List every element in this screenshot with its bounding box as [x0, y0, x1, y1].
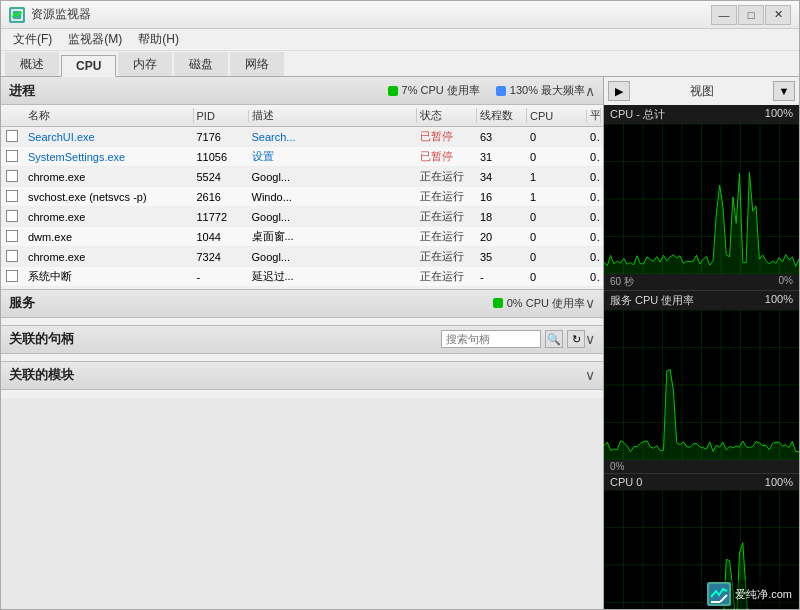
modules-section: 关联的模块 ∨ — [1, 362, 603, 398]
processes-section: 进程 7% CPU 使用率 130% 最大频率 ∧ 名称 PID 描述 — [1, 77, 603, 290]
row-checkbox[interactable] — [6, 250, 18, 262]
process-desc: Googl... — [249, 211, 418, 223]
modules-header[interactable]: 关联的模块 ∨ — [1, 362, 603, 390]
menu-file[interactable]: 文件(F) — [5, 29, 60, 50]
close-button[interactable]: ✕ — [765, 5, 791, 25]
graph2-canvas — [604, 310, 799, 460]
tab-overview[interactable]: 概述 — [5, 52, 59, 76]
process-name[interactable]: svchost.exe (netsvcs -p) — [25, 191, 194, 203]
col-status[interactable]: 状态 — [417, 108, 477, 123]
process-pid: 7324 — [194, 251, 249, 263]
processes-title: 进程 — [9, 82, 378, 100]
graph2-bottombar: 0% — [604, 460, 799, 473]
table-row[interactable]: SystemSettings.exe 11056 设置 已暂停 31 0 0.0… — [1, 147, 603, 167]
process-name[interactable]: SearchUI.exe — [25, 131, 194, 143]
tab-memory[interactable]: 内存 — [118, 52, 172, 76]
table-row[interactable]: chrome.exe 7324 Googl... 正在运行 35 0 0.35 — [1, 247, 603, 267]
process-desc[interactable]: Search... — [249, 131, 418, 143]
services-collapse-icon[interactable]: ∨ — [585, 295, 595, 311]
process-name[interactable]: chrome.exe — [25, 211, 194, 223]
processes-collapse-icon[interactable]: ∧ — [585, 83, 595, 99]
process-threads: - — [477, 271, 527, 283]
process-desc: 桌面窗... — [249, 229, 418, 244]
handles-search-button[interactable]: 🔍 — [545, 330, 563, 348]
graph1-chart — [604, 124, 799, 274]
watermark-text: 爱纯净.com — [735, 587, 792, 602]
graph2-pct: 100% — [765, 293, 793, 308]
handles-header[interactable]: 关联的句柄 🔍 ↻ ∨ — [1, 326, 603, 354]
process-avgcpu: 0.75 — [587, 171, 601, 183]
graph-cpu-total: CPU - 总计 100% 60 秒 0% — [604, 105, 799, 291]
services-header[interactable]: 服务 0% CPU 使用率 ∨ — [1, 290, 603, 318]
row-checkbox[interactable] — [6, 210, 18, 222]
handles-search-input[interactable] — [441, 330, 541, 348]
process-status: 已暂停 — [417, 129, 477, 144]
table-row[interactable]: SearchUI.exe 7176 Search... 已暂停 63 0 0.0… — [1, 127, 603, 147]
main-content: 进程 7% CPU 使用率 130% 最大频率 ∧ 名称 PID 描述 — [1, 77, 799, 609]
left-filler — [1, 398, 603, 610]
services-status: 0% CPU 使用率 — [493, 296, 585, 311]
modules-collapse-icon[interactable]: ∨ — [585, 367, 595, 383]
table-row[interactable]: dwm.exe 1044 桌面窗... 正在运行 20 0 0.35 — [1, 227, 603, 247]
process-threads: 16 — [477, 191, 527, 203]
process-name[interactable]: 系统中断 — [25, 269, 194, 284]
process-pid: 11772 — [194, 211, 249, 223]
process-avgcpu: 0.00 — [587, 131, 601, 143]
col-desc[interactable]: 描述 — [249, 108, 418, 123]
graph3-title: CPU 0 — [610, 476, 642, 488]
process-table[interactable]: SearchUI.exe 7176 Search... 已暂停 63 0 0.0… — [1, 127, 603, 289]
table-row[interactable]: svchost.exe (netsvcs -p) 2616 Windo... 正… — [1, 187, 603, 207]
process-cpu: 0 — [527, 211, 587, 223]
process-avgcpu: 0.50 — [587, 191, 601, 203]
graph3-titlebar: CPU 0 100% — [604, 474, 799, 490]
process-desc: Googl... — [249, 171, 418, 183]
col-avgcpu[interactable]: 平均C... — [587, 108, 601, 123]
right-play-button[interactable]: ▶ — [608, 81, 630, 101]
main-window: 资源监视器 — □ ✕ 文件(F) 监视器(M) 帮助(H) 概述 CPU 内存… — [0, 0, 800, 610]
row-checkbox[interactable] — [6, 170, 18, 182]
process-name[interactable]: chrome.exe — [25, 171, 194, 183]
row-checkbox[interactable] — [6, 150, 18, 162]
process-cpu: 0 — [527, 251, 587, 263]
watermark-logo — [707, 582, 731, 606]
right-toolbar: ▶ 视图 ▼ — [604, 77, 799, 105]
col-pid[interactable]: PID — [194, 110, 249, 122]
tab-cpu[interactable]: CPU — [61, 55, 116, 77]
row-checkbox[interactable] — [6, 130, 18, 142]
services-section: 服务 0% CPU 使用率 ∨ — [1, 290, 603, 326]
process-name[interactable]: SystemSettings.exe — [25, 151, 194, 163]
process-cpu: 1 — [527, 191, 587, 203]
process-status: 正在运行 — [417, 189, 477, 204]
handles-collapse-icon[interactable]: ∨ — [585, 331, 595, 347]
process-threads: 35 — [477, 251, 527, 263]
menu-help[interactable]: 帮助(H) — [130, 29, 187, 50]
process-avgcpu: 0.42 — [587, 211, 601, 223]
minimize-button[interactable]: — — [711, 5, 737, 25]
col-name[interactable]: 名称 — [25, 108, 194, 123]
right-dropdown-button[interactable]: ▼ — [773, 81, 795, 101]
table-row[interactable]: chrome.exe 11772 Googl... 正在运行 18 0 0.42 — [1, 207, 603, 227]
col-cpu[interactable]: CPU — [527, 110, 587, 122]
process-desc[interactable]: 设置 — [249, 149, 418, 164]
table-row[interactable]: 系统中断 - 延迟过... 正在运行 - 0 0.26 — [1, 267, 603, 287]
graph1-titlebar: CPU - 总计 100% — [604, 105, 799, 124]
handles-refresh-button[interactable]: ↻ — [567, 330, 585, 348]
maximize-button[interactable]: □ — [738, 5, 764, 25]
process-cpu: 1 — [527, 171, 587, 183]
services-dot — [493, 298, 503, 308]
row-checkbox[interactable] — [6, 230, 18, 242]
col-threads[interactable]: 线程数 — [477, 108, 527, 123]
table-row[interactable]: chrome.exe 5524 Googl... 正在运行 34 1 0.75 — [1, 167, 603, 187]
tab-disk[interactable]: 磁盘 — [174, 52, 228, 76]
processes-header[interactable]: 进程 7% CPU 使用率 130% 最大频率 ∧ — [1, 77, 603, 105]
process-name[interactable]: dwm.exe — [25, 231, 194, 243]
watermark: 爱纯净.com — [701, 580, 798, 608]
process-name[interactable]: chrome.exe — [25, 251, 194, 263]
row-checkbox[interactable] — [6, 190, 18, 202]
tab-network[interactable]: 网络 — [230, 52, 284, 76]
graph1-pct: 100% — [765, 107, 793, 122]
process-threads: 18 — [477, 211, 527, 223]
menu-monitor[interactable]: 监视器(M) — [60, 29, 130, 50]
window-title: 资源监视器 — [31, 6, 711, 23]
row-checkbox[interactable] — [6, 270, 18, 282]
